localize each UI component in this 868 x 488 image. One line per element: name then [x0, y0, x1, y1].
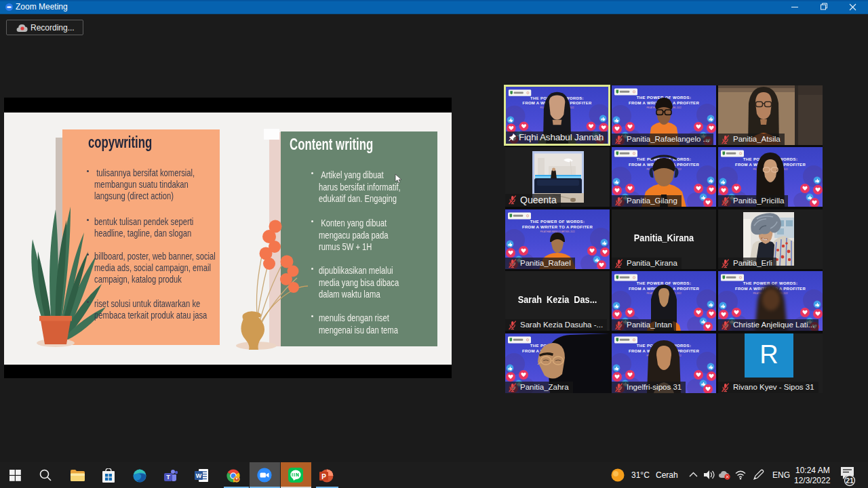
svg-text:W: W [196, 472, 202, 479]
svg-text:T: T [166, 474, 170, 481]
svg-text:P: P [321, 473, 326, 481]
svg-text:21: 21 [846, 476, 854, 485]
